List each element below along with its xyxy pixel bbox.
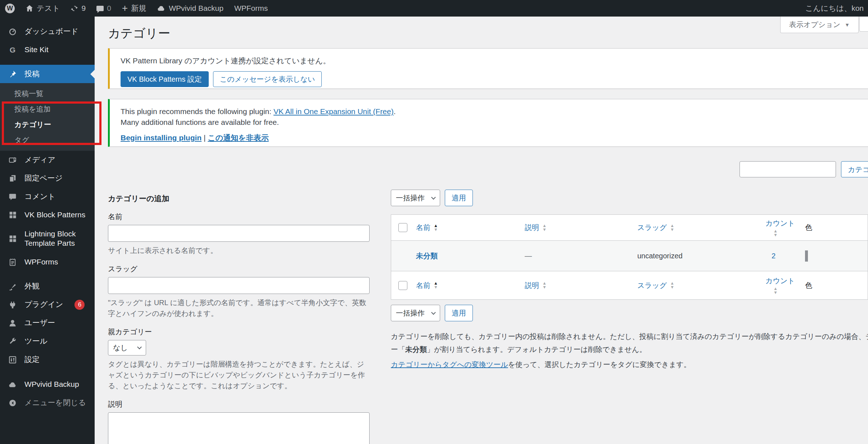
apply-button[interactable]: 適用	[445, 190, 473, 206]
search-categories-input[interactable]	[740, 161, 836, 177]
sidebar-item-vk-block-patterns[interactable]: VK Block Patterns	[0, 206, 95, 224]
sidebar-item-site-kit[interactable]: G Site Kit	[0, 41, 95, 59]
name-label: 名前	[108, 212, 370, 222]
notice-line1-text: This plugin recommends the following plu…	[121, 107, 273, 115]
column-header-slug[interactable]: スラッグ ▲▼	[637, 223, 674, 232]
my-account-menu[interactable]: こんにちは、kon	[805, 3, 864, 13]
column-header-description[interactable]: 説明 ▲▼	[525, 223, 547, 232]
chevron-down-icon	[431, 310, 436, 315]
sidebar-item-lightning-block-template-parts[interactable]: Lightning Block Template Parts	[0, 224, 95, 253]
plugin-update-badge: 6	[74, 300, 85, 310]
vk-expansion-unit-link[interactable]: VK All in One Expansion Unit (Free)	[273, 107, 394, 115]
sidebar-item-pages[interactable]: 固定ページ	[0, 169, 95, 187]
category-count-link[interactable]: 2	[765, 252, 776, 260]
cloud-icon	[8, 381, 17, 388]
link-separator: |	[202, 133, 208, 142]
admin-bar-right: こんにちは、kon	[805, 3, 864, 13]
site-name-menu[interactable]: テスト	[26, 3, 60, 13]
category-slug-value: uncategorized	[637, 252, 683, 260]
sidebar-item-label: プラグイン	[24, 300, 63, 309]
updates-menu[interactable]: 9	[71, 4, 86, 13]
sort-desc-icon: ▼	[773, 233, 795, 237]
add-category-heading: カテゴリーの追加	[108, 194, 370, 204]
category-to-tag-converter-link[interactable]: カテゴリーからタグへの変換ツール	[391, 361, 508, 368]
page-title: カテゴリー	[108, 25, 170, 42]
vk-block-patterns-settings-button[interactable]: VK Block Patterns 設定	[121, 71, 209, 87]
sidebar-item-posts[interactable]: 投稿	[0, 65, 95, 83]
sidebar-item-settings[interactable]: 設定	[0, 350, 95, 369]
column-header-name[interactable]: 名前 ▲▼	[416, 281, 438, 290]
column-label: スラッグ	[637, 281, 667, 290]
sort-desc-icon: ▼	[542, 285, 547, 289]
column-label: スラッグ	[637, 223, 667, 232]
sidebar-subitem-categories[interactable]: カテゴリー	[0, 117, 95, 132]
main-content: 表示オプション ▼ カテゴリー VK Pattern Library のアカウン…	[95, 17, 868, 444]
comments-menu[interactable]: 0	[96, 4, 111, 13]
sidebar-item-appearance[interactable]: 外観	[0, 277, 95, 295]
sidebar-item-label: 固定ページ	[24, 173, 63, 183]
notice-message: VK Pattern Library のアカウント連携が設定されていません。	[121, 56, 858, 66]
sidebar-item-label: メディア	[24, 155, 55, 164]
wpforms-menu[interactable]: WPForms	[234, 4, 268, 13]
column-header-description[interactable]: 説明 ▲▼	[525, 281, 547, 290]
sidebar-item-dashboard[interactable]: ダッシュボード	[0, 22, 95, 41]
screen-options-tab[interactable]: 表示オプション ▼	[780, 17, 859, 33]
sort-indicator: ▲▼	[434, 281, 438, 289]
bulk-action-select[interactable]: 一括操作	[391, 305, 440, 321]
wordpress-logo-menu[interactable]: W	[5, 4, 15, 13]
parent-category-value: なし	[113, 343, 128, 353]
note-line2-bold: 未分類	[405, 345, 427, 353]
wpvivid-backup-menu[interactable]: WPvivid Backup	[157, 4, 223, 13]
column-label: 説明	[525, 281, 539, 290]
help-tab[interactable]	[859, 17, 868, 32]
sort-indicator: ▲▼	[670, 224, 674, 232]
sidebar-item-media[interactable]: メディア	[0, 151, 95, 169]
note-line2: ー「未分類」が割り当てられます。デフォルトカテゴリーは削除できません。	[391, 343, 868, 356]
select-all-checkbox[interactable]	[398, 281, 407, 290]
sidebar-item-wpforms[interactable]: WPForms	[0, 253, 95, 271]
column-header-slug[interactable]: スラッグ ▲▼	[637, 281, 674, 290]
sidebar-item-plugins[interactable]: プラグイン 6	[0, 295, 95, 314]
sidebar-item-users[interactable]: ユーザー	[0, 314, 95, 332]
hide-notice-link[interactable]: この通知を非表示	[208, 133, 268, 142]
column-header-count[interactable]: カウント ▲▼	[765, 218, 795, 237]
chevron-down-icon	[137, 345, 142, 349]
sidebar-subitem-all-posts[interactable]: 投稿一覧	[0, 86, 95, 101]
begin-installing-plugin-link[interactable]: Begin installing plugin	[121, 133, 202, 142]
home-icon	[26, 4, 33, 12]
sort-indicator: ▲▼	[434, 224, 438, 232]
sidebar-item-wpvivid-backup[interactable]: WPvivid Backup	[0, 375, 95, 394]
table-header-row: 名前 ▲▼ 説明 ▲▼ スラッグ ▲▼	[391, 215, 868, 241]
dismiss-message-button[interactable]: このメッセージを表示しない	[213, 71, 322, 87]
sidebar-item-label: 投稿	[24, 69, 40, 78]
table-row: 未分類 — uncategorized 2	[391, 241, 868, 271]
parent-category-select[interactable]: なし	[108, 340, 146, 355]
sidebar-subitem-add-post[interactable]: 投稿を追加	[0, 101, 95, 117]
sidebar-item-tools[interactable]: ツール	[0, 332, 95, 350]
category-description-textarea[interactable]	[108, 412, 370, 444]
category-name-input[interactable]	[108, 225, 370, 242]
new-label: 新規	[131, 3, 146, 13]
site-kit-icon: G	[8, 46, 17, 54]
name-help-text: サイト上に表示される名前です。	[108, 245, 370, 256]
grid-icon	[8, 235, 17, 243]
column-header-color: 色	[805, 223, 812, 232]
sidebar-item-collapse-menu[interactable]: メニューを閉じる	[0, 394, 95, 412]
chevron-down-icon: ▼	[845, 22, 850, 28]
site-name-label: テスト	[37, 3, 60, 13]
column-header-name[interactable]: 名前 ▲▼	[416, 223, 438, 232]
bulk-action-select[interactable]: 一括操作	[391, 190, 440, 206]
category-slug-input[interactable]	[108, 277, 370, 294]
column-label: 説明	[525, 223, 539, 232]
sidebar-subitem-tags[interactable]: タグ	[0, 132, 95, 148]
column-header-count[interactable]: カウント ▲▼	[765, 276, 795, 295]
plus-icon: +	[122, 5, 128, 12]
select-all-checkbox[interactable]	[398, 223, 407, 232]
bulk-actions-top: 一括操作 適用	[391, 190, 868, 206]
sidebar-item-comments[interactable]: コメント	[0, 187, 95, 206]
sidebar-item-label: 設定	[24, 355, 40, 364]
apply-button[interactable]: 適用	[445, 305, 473, 321]
search-categories-button[interactable]: カテゴリー検索	[841, 161, 868, 177]
category-name-link[interactable]: 未分類	[416, 251, 438, 261]
new-content-menu[interactable]: + 新規	[122, 3, 146, 13]
